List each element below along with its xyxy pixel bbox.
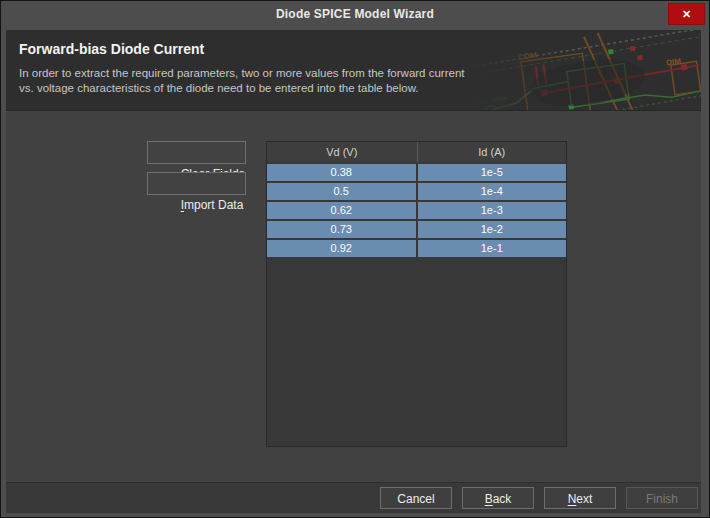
window-title: Diode SPICE Model Wizard (2, 1, 708, 28)
vd-cell[interactable]: 0.38 (267, 164, 416, 181)
column-header-id: Id (A) (417, 142, 567, 162)
id-cell[interactable]: 1e-4 (418, 183, 567, 200)
page-title: Forward-bias Diode Current (19, 41, 204, 57)
wizard-body: Clear Fields Import Data Vd (V) Id (A) 0… (6, 111, 701, 482)
close-icon: ✕ (682, 8, 691, 20)
page-description: In order to extract the required paramet… (19, 66, 465, 96)
import-data-button[interactable]: Import Data (147, 172, 246, 195)
dialog-window: Diode SPICE Model Wizard ✕ Forward-bias … (0, 0, 710, 518)
vd-cell[interactable]: 0.73 (267, 221, 416, 238)
wizard-header: Forward-bias Diode Current In order to e… (6, 30, 701, 111)
wizard-footer: Cancel Back Next Finish (6, 482, 701, 513)
table-row: 0.5 1e-4 (267, 183, 566, 200)
table-row: 0.92 1e-1 (267, 240, 566, 257)
vd-cell[interactable]: 0.92 (267, 240, 416, 257)
titlebar[interactable]: Diode SPICE Model Wizard (2, 1, 708, 29)
vd-cell[interactable]: 0.62 (267, 202, 416, 219)
id-cell[interactable]: 1e-3 (418, 202, 567, 219)
circuit-schematic-image: COM COM DIM Main Power Switch (471, 30, 701, 111)
table-row: 0.73 1e-2 (267, 221, 566, 238)
close-button[interactable]: ✕ (668, 3, 705, 25)
table-header-row: Vd (V) Id (A) (267, 142, 566, 162)
description-line1: In order to extract the required paramet… (19, 67, 465, 79)
clear-fields-button[interactable]: Clear Fields (147, 141, 246, 164)
dialog-content: Forward-bias Diode Current In order to e… (6, 30, 701, 513)
table-row: 0.62 1e-3 (267, 202, 566, 219)
cancel-button[interactable]: Cancel (380, 487, 452, 509)
finish-button[interactable]: Finish (626, 487, 698, 509)
svg-text:DIM: DIM (666, 57, 682, 68)
column-header-vd: Vd (V) (267, 142, 417, 162)
id-cell[interactable]: 1e-5 (418, 164, 567, 181)
id-cell[interactable]: 1e-1 (418, 240, 567, 257)
iv-data-table[interactable]: Vd (V) Id (A) 0.38 1e-5 0.5 1e-4 0.62 1e… (266, 141, 567, 447)
description-line2: vs. voltage characteristics of the diode… (19, 82, 419, 94)
vd-cell[interactable]: 0.5 (267, 183, 416, 200)
table-row: 0.38 1e-5 (267, 164, 566, 181)
next-button[interactable]: Next (544, 487, 616, 509)
back-button[interactable]: Back (462, 487, 534, 509)
id-cell[interactable]: 1e-2 (418, 221, 567, 238)
